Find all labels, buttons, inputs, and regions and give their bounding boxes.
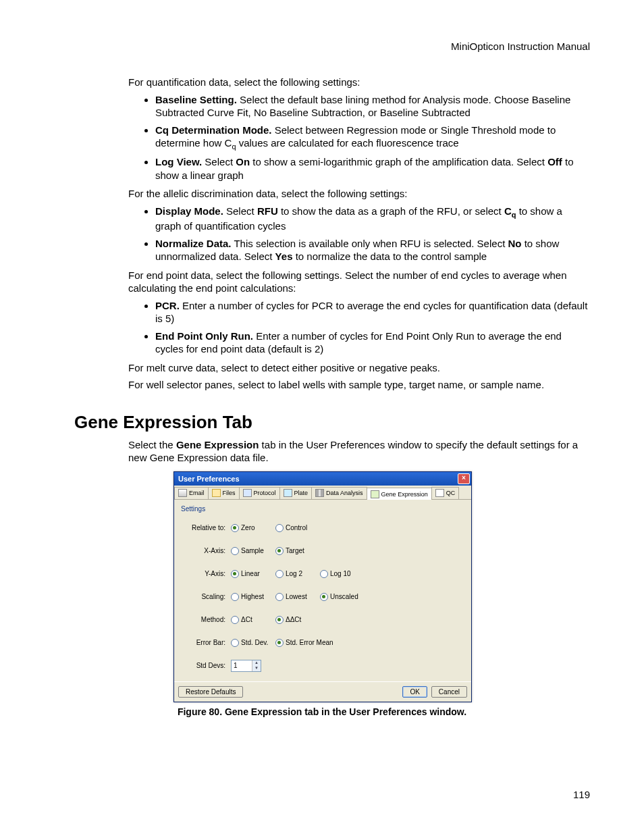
std-devs-spinner[interactable]: ▲▼ bbox=[231, 660, 261, 672]
radio-target[interactable]: Target bbox=[275, 547, 320, 555]
tab-protocol-label: Protocol bbox=[254, 490, 276, 496]
bullet-log-label: Log View. bbox=[155, 156, 202, 167]
bullet-pcr: PCR. Enter a number of cycles for PCR to… bbox=[155, 299, 590, 325]
tab-email[interactable]: Email bbox=[174, 487, 209, 499]
radio-sample[interactable]: Sample bbox=[231, 547, 275, 555]
radio-sem[interactable]: Std. Error Mean bbox=[275, 639, 343, 647]
radio-icon bbox=[275, 639, 284, 647]
intro-well: For well selector panes, select to label… bbox=[128, 378, 590, 392]
folder-icon bbox=[212, 489, 221, 497]
radio-target-label: Target bbox=[286, 547, 304, 554]
bullet-baseline: Baseline Setting. Select the default bas… bbox=[155, 93, 590, 120]
tab-data-analysis[interactable]: Data Analysis bbox=[311, 487, 367, 499]
radio-linear-label: Linear bbox=[241, 570, 260, 577]
bullet-nd-yes: Yes bbox=[275, 251, 293, 262]
radio-control-label: Control bbox=[286, 524, 307, 531]
cancel-button[interactable]: Cancel bbox=[431, 686, 467, 698]
intro-endpoint: For end point data, select the following… bbox=[128, 269, 590, 295]
figure-caption: Figure 80. Gene Expression tab in the Us… bbox=[173, 706, 471, 717]
section-heading-gene-expression: Gene Expression Tab bbox=[74, 412, 590, 433]
radio-icon bbox=[231, 547, 239, 555]
bullet-pcr-text: Enter a number of cycles for PCR to aver… bbox=[155, 300, 587, 325]
radio-icon bbox=[275, 547, 284, 555]
label-scaling: Scaling: bbox=[181, 593, 231, 600]
radio-log10-label: Log 10 bbox=[330, 570, 351, 577]
mail-icon bbox=[178, 489, 187, 497]
bullet-log-text-a: Select bbox=[202, 156, 236, 167]
ok-button[interactable]: OK bbox=[402, 686, 427, 698]
label-relative-to: Relative to: bbox=[181, 524, 231, 531]
radio-lowest[interactable]: Lowest bbox=[275, 593, 320, 601]
radio-unscaled[interactable]: Unscaled bbox=[320, 593, 365, 601]
settings-panel: Settings Relative to: Zero Control X-Axi… bbox=[174, 500, 471, 681]
page-number: 119 bbox=[573, 789, 590, 800]
label-x-axis: X-Axis: bbox=[181, 547, 231, 554]
label-error-bar: Error Bar: bbox=[181, 639, 231, 646]
radio-icon bbox=[275, 524, 284, 532]
radio-log2[interactable]: Log 2 bbox=[275, 570, 320, 578]
window-title: User Preferences bbox=[178, 475, 240, 483]
tab-protocol[interactable]: Protocol bbox=[239, 487, 280, 499]
tab-gene-expression-label: Gene Expression bbox=[381, 491, 428, 498]
bullet-cq-text-b: values are calculated for each fluoresce… bbox=[236, 137, 459, 149]
bullet-pcr-label: PCR. bbox=[155, 300, 180, 311]
radio-dct-label: ΔCt bbox=[241, 616, 252, 623]
tab-email-label: Email bbox=[189, 490, 205, 496]
qc-icon bbox=[435, 489, 444, 497]
window-titlebar[interactable]: User Preferences × bbox=[174, 472, 471, 486]
row-scaling: Scaling: Highest Lowest Unscaled bbox=[181, 585, 467, 608]
figure-80: User Preferences × Email Files Protocol … bbox=[173, 471, 471, 717]
radio-highest-label: Highest bbox=[241, 593, 264, 600]
radio-log10[interactable]: Log 10 bbox=[320, 570, 365, 578]
radio-icon bbox=[320, 593, 328, 601]
bullet-epor-label: End Point Only Run. bbox=[155, 330, 253, 342]
bullet-cq: Cq Determination Mode. Select between Re… bbox=[155, 124, 590, 152]
radio-sample-label: Sample bbox=[241, 547, 264, 554]
row-std-devs: Std Devs: ▲▼ bbox=[181, 654, 467, 677]
bullet-baseline-label: Baseline Setting. bbox=[155, 94, 237, 105]
bullet-cq-label: Cq Determination Mode. bbox=[155, 124, 272, 136]
radio-icon bbox=[320, 570, 328, 578]
spinner-down-icon[interactable]: ▼ bbox=[252, 666, 261, 671]
radio-ddct-label: ΔΔCt bbox=[286, 616, 301, 623]
radio-control[interactable]: Control bbox=[275, 524, 320, 532]
tab-gene-expression[interactable]: Gene Expression bbox=[367, 488, 432, 500]
bullet-nd-no: No bbox=[508, 238, 521, 249]
data-analysis-icon bbox=[315, 489, 324, 497]
endpoint-bullets: PCR. Enter a number of cycles for PCR to… bbox=[128, 299, 590, 356]
tab-plate-label: Plate bbox=[294, 490, 308, 496]
radio-std-dev[interactable]: Std. Dev. bbox=[231, 639, 275, 647]
radio-highest[interactable]: Highest bbox=[231, 593, 275, 601]
tab-files[interactable]: Files bbox=[208, 487, 240, 499]
intro-melt: For melt curve data, select to detect ei… bbox=[128, 361, 590, 375]
tab-plate[interactable]: Plate bbox=[279, 487, 313, 499]
quant-bullets: Baseline Setting. Select the default bas… bbox=[128, 93, 590, 182]
radio-std-dev-label: Std. Dev. bbox=[241, 639, 268, 646]
tab-files-label: Files bbox=[223, 490, 236, 496]
restore-defaults-button[interactable]: Restore Defaults bbox=[178, 686, 243, 698]
bullet-nd-text-a: This selection is available only when RF… bbox=[232, 238, 508, 249]
radio-zero-label: Zero bbox=[241, 524, 255, 531]
row-error-bar: Error Bar: Std. Dev. Std. Error Mean bbox=[181, 631, 467, 654]
bullet-dm-label: Display Mode. bbox=[155, 205, 223, 217]
section-text-bold: Gene Expression bbox=[176, 439, 259, 450]
label-std-devs: Std Devs: bbox=[181, 662, 231, 669]
bullet-dm-text-a: Select bbox=[223, 205, 257, 217]
intro-allelic: For the allelic discrimination data, sel… bbox=[128, 187, 590, 201]
user-preferences-window: User Preferences × Email Files Protocol … bbox=[173, 471, 472, 702]
spinner-up-icon[interactable]: ▲ bbox=[252, 660, 261, 666]
tab-qc[interactable]: QC bbox=[431, 487, 460, 499]
radio-zero[interactable]: Zero bbox=[231, 524, 275, 532]
radio-ddct[interactable]: ΔΔCt bbox=[275, 616, 320, 624]
header-manual-title: MiniOpticon Instruction Manual bbox=[54, 41, 590, 52]
intro-quantification: For quantification data, select the foll… bbox=[128, 76, 590, 89]
settings-section-label: Settings bbox=[181, 505, 467, 513]
plate-icon bbox=[284, 489, 292, 497]
std-devs-input[interactable] bbox=[232, 660, 252, 671]
bullet-log-text-b: to show a semi-logarithmic graph of the … bbox=[250, 156, 547, 167]
bullet-logview: Log View. Select On to show a semi-logar… bbox=[155, 155, 590, 182]
radio-linear[interactable]: Linear bbox=[231, 570, 275, 578]
radio-dct[interactable]: ΔCt bbox=[231, 616, 275, 624]
close-icon[interactable]: × bbox=[458, 473, 470, 484]
radio-icon bbox=[231, 524, 239, 532]
